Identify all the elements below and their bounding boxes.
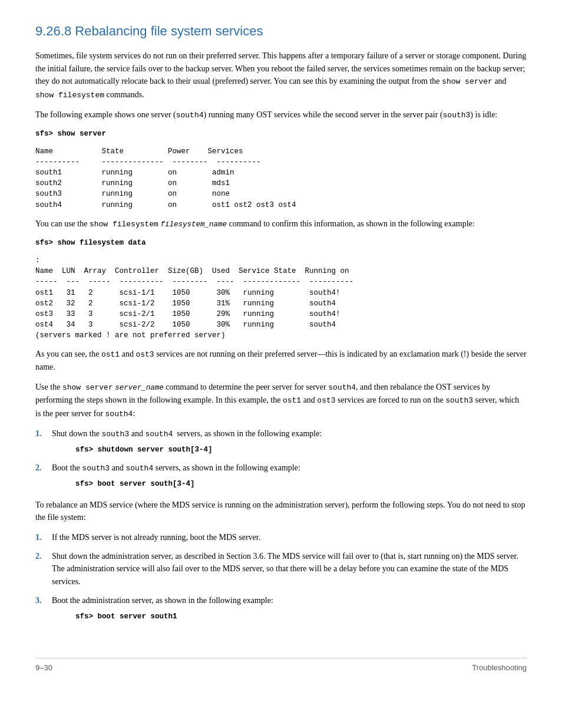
step-number-2: 2. — [35, 462, 47, 490]
step-number-2-2: 2. — [35, 550, 47, 588]
step-2-3: 3. Boot the administration server, as sh… — [35, 594, 527, 622]
code-show-server-inline: show server — [442, 77, 492, 86]
code-server-name: server_name — [115, 384, 164, 392]
code-show-server2: show server — [62, 383, 113, 392]
code-ost3: ost3 — [135, 350, 154, 359]
footer: 9–30 Troubleshooting — [35, 658, 527, 672]
step-1-2: 2. Boot the south3 and south4 servers, a… — [35, 462, 527, 490]
code-south4: south4 — [176, 111, 204, 120]
code-ost1: ost1 — [101, 350, 120, 359]
step-2-2: 2. Shut down the administration server, … — [35, 550, 527, 588]
show-server-table: Name State Power Services ---------- ---… — [35, 146, 527, 210]
code-show-fs: show filesystem — [90, 220, 158, 229]
cmd-boot1: sfs> boot server south[3-4] — [75, 480, 195, 488]
code-s4-2: south4 — [125, 464, 153, 473]
code-show-filesystem-inline: show filesystem — [35, 91, 104, 100]
step-number-2-3: 3. — [35, 594, 47, 622]
code-fs-name: filesystem_name — [160, 220, 227, 229]
step-text-1: Shut down the south3 and south4 servers,… — [52, 427, 322, 456]
cmd-shutdown: sfs> shutdown server south[3-4] — [75, 446, 213, 454]
steps-list-1: 1. Shut down the south3 and south4 serve… — [35, 427, 527, 490]
step-text-2-1: If the MDS server is not already running… — [52, 531, 260, 544]
code-ost1-2: ost1 — [283, 396, 301, 405]
para4: Use the show server server_name command … — [35, 381, 527, 420]
step-text-2-3: Boot the administration server, as shown… — [52, 594, 273, 622]
step-text-2-2: Shut down the administration server, as … — [52, 550, 527, 588]
step-1-1: 1. Shut down the south3 and south4 serve… — [35, 427, 527, 456]
footer-page-number: 9–30 — [35, 663, 52, 672]
intro-para-2: The following example shows one server (… — [35, 108, 527, 121]
code-s3-2: south3 — [82, 464, 110, 473]
code-s4: south4 — [145, 430, 173, 439]
para2: You can use the show filesystem filesyst… — [35, 218, 527, 230]
section-title: 9.26.8 Rebalancing file system services — [35, 24, 527, 39]
code-south3: south3 — [443, 111, 471, 120]
footer-chapter-title: Troubleshooting — [472, 663, 527, 672]
step-text-2: Boot the south3 and south4 servers, as s… — [52, 462, 300, 490]
code-south3-2: south3 — [445, 396, 473, 405]
para3: As you can see, the ost1 and ost3 servic… — [35, 348, 527, 374]
code-south4-3: south4 — [105, 410, 133, 419]
command2: sfs> show filesystem data — [35, 238, 527, 248]
command1: sfs> show server — [35, 129, 527, 139]
step-number-1: 1. — [35, 427, 47, 456]
step-2-1: 1. If the MDS server is not already runn… — [35, 531, 527, 544]
cmd-boot2: sfs> boot server south1 — [75, 612, 177, 621]
step-number-2-1: 1. — [35, 531, 47, 544]
show-filesystem-table: : Name LUN Array Controller Size(GB) Use… — [35, 255, 527, 341]
code-south4-2: south4 — [328, 383, 356, 392]
code-ost3-2: ost3 — [317, 396, 335, 405]
steps-list-2: 1. If the MDS server is not already runn… — [35, 531, 527, 622]
intro-para-1: Sometimes, file system services do not r… — [35, 50, 527, 101]
para5: To rebalance an MDS service (where the M… — [35, 499, 527, 524]
code-s3: south3 — [101, 430, 129, 439]
